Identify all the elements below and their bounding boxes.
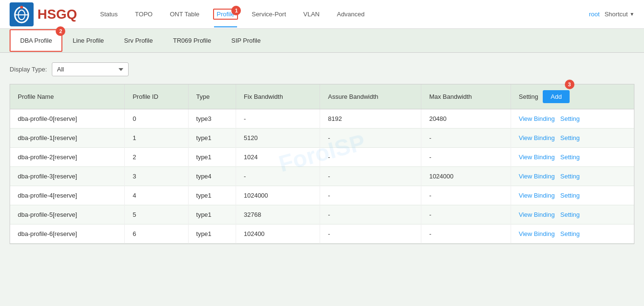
cell-fix-bandwidth: 1024000	[236, 186, 320, 205]
nav-vlan[interactable]: VLAN	[299, 9, 323, 20]
setting-link[interactable]: Setting	[561, 153, 580, 161]
table-body: dba-profile-0[reserve] 0 type3 - 8192 20…	[10, 109, 634, 244]
main-nav: Status TOPO ONT Table Profile 1 Service-…	[96, 9, 589, 20]
cell-profile-name: dba-profile-3[reserve]	[10, 167, 125, 186]
col-type: Type	[188, 84, 236, 109]
cell-max-bandwidth: 1024000	[421, 167, 511, 186]
cell-setting: View Binding Setting	[511, 224, 634, 244]
view-binding-link[interactable]: View Binding	[519, 211, 555, 218]
tab-tr069-profile[interactable]: TR069 Profile	[163, 30, 221, 51]
nav-ont-table[interactable]: ONT Table	[166, 9, 203, 20]
col-max-bandwidth: Max Bandwidth	[421, 84, 511, 109]
logo-text: HSGQ	[37, 7, 77, 22]
view-binding-link[interactable]: View Binding	[519, 230, 555, 237]
cell-setting: View Binding Setting	[511, 109, 634, 129]
cell-max-bandwidth: -	[421, 186, 511, 205]
logo-icon	[10, 2, 34, 26]
table-row: dba-profile-6[reserve] 6 type1 102400 - …	[10, 224, 634, 244]
cell-type: type1	[188, 224, 236, 244]
setting-link[interactable]: Setting	[561, 134, 580, 141]
cell-profile-id: 0	[125, 109, 188, 129]
cell-assure-bandwidth: -	[320, 129, 421, 148]
tab-line-profile[interactable]: Line Profile	[62, 30, 114, 51]
cell-assure-bandwidth: 8192	[320, 109, 421, 129]
cell-assure-bandwidth: -	[320, 167, 421, 186]
col-profile-id: Profile ID	[125, 84, 188, 109]
cell-profile-name: dba-profile-5[reserve]	[10, 205, 125, 224]
cell-max-bandwidth: -	[421, 224, 511, 244]
col-fix-bandwidth: Fix Bandwidth	[236, 84, 320, 109]
cell-type: type1	[188, 129, 236, 148]
tab-dba-profile[interactable]: DBA Profile 2	[10, 29, 62, 52]
nav-profile[interactable]: Profile 1	[213, 9, 239, 20]
chevron-down-icon: ▼	[630, 12, 634, 17]
cell-profile-id: 4	[125, 186, 188, 205]
cell-fix-bandwidth: 1024	[236, 148, 320, 167]
nav-topo[interactable]: TOPO	[131, 9, 156, 20]
cell-assure-bandwidth: -	[320, 186, 421, 205]
cell-fix-bandwidth: 32768	[236, 205, 320, 224]
badge-1: 1	[231, 6, 241, 15]
cell-type: type4	[188, 167, 236, 186]
setting-link[interactable]: Setting	[561, 211, 580, 218]
setting-link[interactable]: Setting	[561, 192, 580, 199]
cell-type: type1	[188, 205, 236, 224]
view-binding-link[interactable]: View Binding	[519, 115, 555, 122]
shortcut-button[interactable]: Shortcut ▼	[605, 11, 634, 18]
display-type-select[interactable]: All Type1 Type2 Type3 Type4	[52, 62, 129, 76]
tab-sip-profile[interactable]: SIP Profile	[221, 30, 271, 51]
nav-service-port[interactable]: Service-Port	[248, 9, 290, 20]
cell-type: type1	[188, 186, 236, 205]
table-row: dba-profile-4[reserve] 4 type1 1024000 -…	[10, 186, 634, 205]
cell-profile-name: dba-profile-2[reserve]	[10, 148, 125, 167]
table-row: dba-profile-2[reserve] 2 type1 1024 - - …	[10, 148, 634, 167]
add-button[interactable]: Add	[543, 90, 569, 103]
user-name: root	[589, 11, 599, 18]
view-binding-link[interactable]: View Binding	[519, 192, 555, 199]
cell-setting: View Binding Setting	[511, 129, 634, 148]
setting-link[interactable]: Setting	[561, 173, 580, 180]
cell-profile-id: 3	[125, 167, 188, 186]
cell-assure-bandwidth: -	[320, 148, 421, 167]
nav-advanced[interactable]: Advanced	[333, 9, 369, 20]
cell-max-bandwidth: -	[421, 129, 511, 148]
table-header-row: Profile Name Profile ID Type Fix Bandwid…	[10, 84, 634, 109]
view-binding-link[interactable]: View Binding	[519, 134, 555, 141]
setting-link[interactable]: Setting	[561, 230, 580, 237]
cell-setting: View Binding Setting	[511, 186, 634, 205]
profile-table-wrapper: Profile Name Profile ID Type Fix Bandwid…	[10, 84, 634, 244]
table-row: dba-profile-3[reserve] 3 type4 - - 10240…	[10, 167, 634, 186]
table-row: dba-profile-5[reserve] 5 type1 32768 - -…	[10, 205, 634, 224]
tab-srv-profile[interactable]: Srv Profile	[114, 30, 163, 51]
view-binding-link[interactable]: View Binding	[519, 173, 555, 180]
table-row: dba-profile-0[reserve] 0 type3 - 8192 20…	[10, 109, 634, 129]
filter-row: Display Type: All Type1 Type2 Type3 Type…	[10, 62, 634, 76]
svg-point-4	[20, 6, 23, 9]
logo[interactable]: HSGQ	[10, 2, 77, 26]
cell-profile-id: 6	[125, 224, 188, 244]
cell-assure-bandwidth: -	[320, 205, 421, 224]
cell-profile-id: 5	[125, 205, 188, 224]
cell-max-bandwidth: 20480	[421, 109, 511, 129]
badge-3: 3	[565, 80, 574, 89]
cell-profile-name: dba-profile-0[reserve]	[10, 109, 125, 129]
table-row: dba-profile-1[reserve] 1 type1 5120 - - …	[10, 129, 634, 148]
cell-type: type1	[188, 148, 236, 167]
view-binding-link[interactable]: View Binding	[519, 153, 555, 161]
cell-assure-bandwidth: -	[320, 224, 421, 244]
cell-profile-id: 1	[125, 129, 188, 148]
display-type-label: Display Type:	[10, 66, 47, 73]
cell-profile-name: dba-profile-6[reserve]	[10, 224, 125, 244]
profile-table: Profile Name Profile ID Type Fix Bandwid…	[10, 84, 634, 244]
cell-profile-name: dba-profile-1[reserve]	[10, 129, 125, 148]
cell-fix-bandwidth: -	[236, 167, 320, 186]
col-assure-bandwidth: Assure Bandwidth	[320, 84, 421, 109]
content-area: Display Type: All Type1 Type2 Type3 Type…	[0, 53, 644, 254]
header: HSGQ Status TOPO ONT Table Profile 1 Ser…	[0, 0, 644, 29]
setting-link[interactable]: Setting	[561, 115, 580, 122]
nav-status[interactable]: Status	[96, 9, 121, 20]
col-profile-name: Profile Name	[10, 84, 125, 109]
cell-max-bandwidth: -	[421, 205, 511, 224]
cell-setting: View Binding Setting	[511, 167, 634, 186]
cell-type: type3	[188, 109, 236, 129]
